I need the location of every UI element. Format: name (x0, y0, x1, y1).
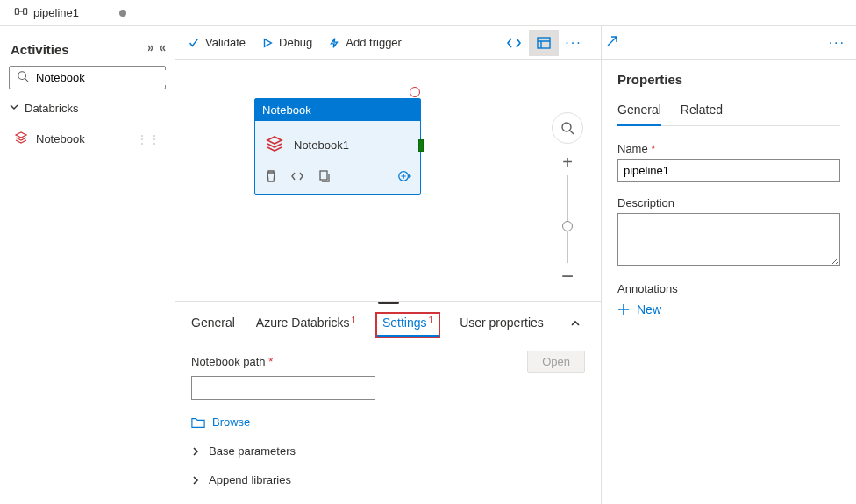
chevron-down-icon (9, 102, 19, 115)
debug-button[interactable]: Debug (261, 36, 312, 49)
detail-tab-azure-databricks[interactable]: Azure Databricks1 (254, 310, 358, 338)
node-code-button[interactable] (290, 169, 304, 187)
add-trigger-button[interactable]: Add trigger (328, 36, 402, 49)
more-button[interactable]: ··· (559, 30, 588, 56)
new-label: New (637, 302, 661, 316)
detail-tab-settings[interactable]: Settings1 (375, 312, 440, 338)
add-trigger-label: Add trigger (346, 36, 402, 49)
svg-point-2 (18, 72, 26, 80)
center-column: Validate Debug Add trigger (175, 26, 602, 504)
node-error-indicator-icon (410, 87, 420, 97)
zoom-out-button[interactable]: − (552, 263, 583, 289)
search-icon (17, 70, 29, 85)
detail-tab-user-properties[interactable]: User properties (458, 310, 546, 338)
activities-panel: Activities (0, 26, 175, 504)
pipeline-canvas[interactable]: Notebook Notebook1 (175, 60, 601, 301)
svg-rect-3 (538, 38, 550, 48)
notebook-path-label: Notebook path * (191, 355, 273, 368)
notebook-path-input[interactable] (191, 376, 375, 400)
validate-label: Validate (205, 36, 246, 49)
node-name: Notebook1 (294, 138, 349, 152)
svg-rect-0 (15, 9, 18, 15)
node-type-label: Notebook (255, 99, 420, 121)
properties-tab-related[interactable]: Related (681, 99, 723, 125)
notebook-icon (264, 133, 285, 157)
base-parameters-label: Base parameters (209, 444, 296, 458)
svg-rect-1 (24, 9, 27, 15)
properties-heading: Properties (617, 72, 840, 87)
activities-search-input[interactable] (9, 66, 166, 89)
properties-panel: ··· Properties General Related Name * De… (602, 26, 856, 504)
detail-tab-general[interactable]: General (189, 310, 237, 338)
pipeline-description-input[interactable] (617, 213, 840, 266)
activities-heading: Activities (11, 42, 69, 57)
new-annotation-button[interactable]: New (617, 302, 840, 316)
app-root: pipeline1 Activities (0, 0, 856, 504)
detail-tabs: General Azure Databricks1 Settings1 User… (175, 305, 601, 338)
drag-handle-icon[interactable]: ⋮⋮ (137, 133, 161, 146)
panel-more-button[interactable]: ··· (824, 35, 851, 51)
category-label: Databricks (25, 102, 78, 115)
activities-category-databricks[interactable]: Databricks (9, 102, 166, 115)
browse-label: Browse (212, 415, 250, 429)
zoom-slider[interactable] (567, 175, 568, 263)
more-icon: ··· (565, 35, 581, 51)
expand-panel-button[interactable] (605, 34, 619, 52)
node-output-port[interactable] (418, 139, 424, 152)
code-view-button[interactable] (499, 30, 529, 56)
pipeline-toolbar: Validate Debug Add trigger (175, 26, 601, 60)
debug-label: Debug (279, 36, 312, 49)
annotations-label: Annotations (617, 282, 840, 295)
notebook-icon (13, 130, 29, 148)
unsaved-dot-icon (119, 10, 126, 17)
copy-node-button[interactable] (317, 169, 331, 187)
validation-badge: 1 (429, 316, 434, 325)
properties-toggle-button[interactable] (529, 30, 559, 56)
validate-button[interactable]: Validate (188, 36, 246, 49)
pipeline-tab-title: pipeline1 (33, 6, 79, 19)
pipeline-name-input[interactable] (617, 159, 840, 182)
activities-search-field[interactable] (34, 70, 185, 85)
editor-tabstrip: pipeline1 (0, 0, 856, 26)
name-label: Name * (617, 142, 840, 155)
pipeline-tab[interactable]: pipeline1 (5, 0, 135, 25)
validation-badge: 1 (351, 316, 356, 325)
activity-item-label: Notebook (36, 132, 85, 146)
append-libraries-expander[interactable]: Append libraries (191, 473, 585, 486)
canvas-node-notebook[interactable]: Notebook Notebook1 (254, 98, 421, 195)
fit-zoom-button[interactable] (552, 112, 583, 144)
detail-collapse-button[interactable] (564, 312, 587, 337)
node-expand-button[interactable] (397, 169, 411, 187)
properties-tab-general[interactable]: General (617, 99, 661, 125)
delete-node-button[interactable] (264, 169, 278, 187)
zoom-thumb[interactable] (562, 221, 573, 231)
pipeline-icon (14, 4, 28, 21)
zoom-controls: + − (552, 112, 583, 289)
browse-button[interactable]: Browse (191, 415, 585, 429)
svg-point-6 (562, 123, 571, 131)
zoom-in-button[interactable]: + (552, 149, 583, 175)
activity-detail-panel: General Azure Databricks1 Settings1 User… (175, 301, 601, 504)
base-parameters-expander[interactable]: Base parameters (191, 444, 585, 458)
chevron-double-icon (148, 43, 166, 56)
activity-item-notebook[interactable]: Notebook ⋮⋮ (9, 124, 166, 154)
open-notebook-button[interactable]: Open (527, 351, 585, 373)
append-libraries-label: Append libraries (209, 473, 291, 486)
svg-rect-4 (320, 171, 327, 180)
description-label: Description (617, 196, 840, 209)
activities-collapse-button[interactable] (148, 43, 166, 56)
